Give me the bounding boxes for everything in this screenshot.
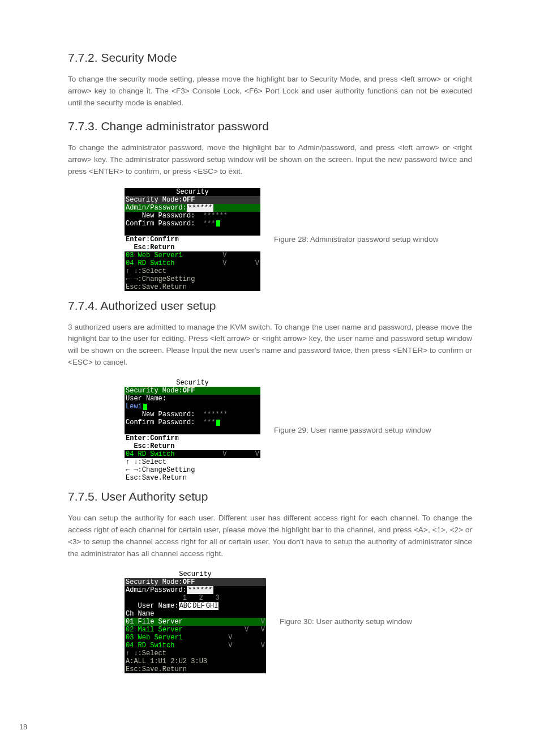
cursor-icon xyxy=(143,404,147,410)
figure-29-caption: Figure 29: User name password setup wind… xyxy=(274,425,431,436)
fig30-cols: 1 2 3 xyxy=(126,594,220,602)
fig28-esc: Esc:Return xyxy=(126,244,174,251)
fig29-user-name: User Name: xyxy=(126,395,166,403)
fig29-enter: Enter:Confirm xyxy=(126,434,179,442)
fig28-conf-pw-val: *** xyxy=(203,220,216,228)
heading-user-authority-setup: 7.7.5. User Authority setup xyxy=(68,490,472,503)
fig30-u2: DEF xyxy=(192,602,205,610)
fig28-sec-mode-val: OFF xyxy=(183,196,195,204)
fig28-admin-pw-val: ****** xyxy=(187,204,213,212)
fig28-new-pw-val: ****** xyxy=(203,212,228,220)
heading-change-admin-password: 7.7.3. Change administrator password xyxy=(68,119,472,133)
fig30-sec-mode: Security Mode: xyxy=(126,578,183,586)
fig29-sec-mode-val: OFF xyxy=(183,387,195,395)
figure-30-caption: Figure 30: User authority setup window xyxy=(280,616,412,627)
fig28-admin-pw: Admin/Password: xyxy=(126,204,187,212)
fig30-admin-pw-val: ****** xyxy=(187,586,213,594)
fig30-foot2a: A:ALL xyxy=(126,657,150,665)
fig30-chname: Ch Name xyxy=(126,610,154,618)
fig29-foot2: ← →:ChangeSetting xyxy=(126,466,195,474)
fig30-r2: 02 Mail Server xyxy=(126,626,183,634)
para-security-mode: To change the security mode setting, ple… xyxy=(68,74,472,109)
fig30-foot3: Esc:Save.Return xyxy=(126,665,187,673)
para-change-admin-password: To change the administrator password, mo… xyxy=(68,142,472,178)
fig29-user-val: Lewi xyxy=(126,403,142,411)
fig28-foot1: ↑ ↓:Select xyxy=(126,267,166,275)
fig28-new-pw: New Password: xyxy=(126,212,195,220)
page-number: 18 xyxy=(19,723,27,731)
heading-authorized-user-setup: 7.7.4. Authorized user setup xyxy=(68,299,472,313)
fig28-conf-pw: Confirm Password: xyxy=(126,220,195,228)
fig28-title: Security xyxy=(176,188,209,196)
fig30-foot2b: 1:U1 xyxy=(150,657,170,665)
para-authorized-user-setup: 3 authorized users are admitted to manag… xyxy=(68,322,472,369)
figure-30: Security Security Mode:OFF Admin/Passwor… xyxy=(125,570,266,673)
fig29-new-pw-val: ****** xyxy=(203,411,228,418)
fig29-foot3: Esc:Save.Return xyxy=(126,474,187,482)
figure-28: Security Security Mode:OFF Admin/Passwor… xyxy=(125,188,260,291)
fig28-row4: 04 RD Switch xyxy=(126,259,174,267)
fig29-conf-pw: Confirm Password: xyxy=(126,418,195,426)
fig30-foot2d: 3:U3 xyxy=(191,657,207,665)
fig29-title: Security xyxy=(176,379,209,387)
fig29-row4: 04 RD Switch xyxy=(126,450,174,458)
fig30-r4: 04 RD Switch xyxy=(126,642,174,650)
fig30-foot1: ↑ ↓:Select xyxy=(126,650,166,657)
para-user-authority-setup: You can setup the authority for each use… xyxy=(68,512,472,560)
fig29-foot1: ↑ ↓:Select xyxy=(126,458,166,466)
heading-security-mode: 7.7.2. Security Mode xyxy=(68,51,472,65)
fig30-title: Security xyxy=(179,570,212,578)
fig30-r1: 01 File Server xyxy=(126,618,183,626)
fig28-foot3: Esc:Save.Return xyxy=(126,283,187,291)
fig28-sec-mode: Security Mode: xyxy=(126,196,183,204)
fig30-r3: 03 Web Server1 xyxy=(126,634,183,642)
fig30-sec-mode-val: OFF xyxy=(183,578,195,586)
fig29-new-pw: New Password: xyxy=(126,411,195,418)
cursor-icon xyxy=(216,220,220,227)
fig30-u3: GHI xyxy=(205,602,219,610)
figure-28-caption: Figure 28: Administrator password setup … xyxy=(274,234,438,245)
figure-29: Security Security Mode:OFF User Name: Le… xyxy=(125,379,260,482)
fig30-uname: User Name: xyxy=(126,602,179,610)
cursor-icon xyxy=(216,420,220,426)
fig29-sec-mode: Security Mode: xyxy=(126,387,183,395)
fig28-foot2: ← →:ChangeSetting xyxy=(126,275,195,283)
fig30-u1: ABC xyxy=(179,602,192,610)
fig28-enter: Enter:Confirm xyxy=(126,236,179,244)
fig29-esc: Esc:Return xyxy=(126,442,174,450)
fig29-conf-pw-val: *** xyxy=(203,418,216,426)
fig30-foot2c: 2:U2 xyxy=(170,657,191,665)
fig28-row3: 03 Web Server1 xyxy=(126,251,183,259)
fig30-admin-pw: Admin/Password: xyxy=(126,586,187,594)
